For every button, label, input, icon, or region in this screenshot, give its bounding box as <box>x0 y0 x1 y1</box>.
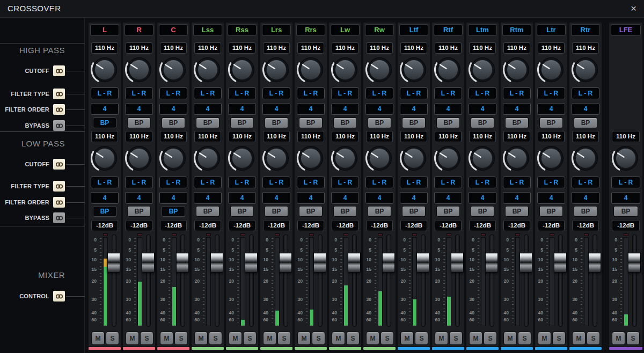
hp-bypass-button[interactable]: BP <box>368 117 391 128</box>
mixer-trim-value[interactable]: -12dB <box>503 220 530 231</box>
hp-cutoff-value[interactable]: 110 Hz <box>194 42 221 54</box>
hp-filter-order[interactable]: 4 <box>125 103 153 115</box>
lp-filter-type[interactable]: L - R <box>194 176 222 188</box>
mixer-trim-value[interactable]: -12dB <box>126 220 152 231</box>
lp-cutoff-value[interactable]: 110 Hz <box>263 131 290 142</box>
link-toggle-button[interactable] <box>53 65 65 77</box>
lp-filter-type[interactable]: L - R <box>262 176 290 188</box>
mixer-trim-value[interactable]: -12dB <box>194 220 221 231</box>
lp-filter-order[interactable]: 4 <box>572 192 599 204</box>
lp-cutoff-knob[interactable] <box>192 143 224 174</box>
hp-filter-order[interactable]: 4 <box>91 103 119 115</box>
hp-bypass-button[interactable]: BP <box>196 117 219 128</box>
hp-filter-order[interactable]: 4 <box>365 103 393 115</box>
solo-button[interactable]: S <box>140 332 153 345</box>
hp-cutoff-value[interactable]: 110 Hz <box>469 42 496 54</box>
hp-filter-type[interactable]: L - R <box>91 87 119 99</box>
solo-button[interactable]: S <box>449 332 463 345</box>
lp-cutoff-knob[interactable] <box>226 143 258 174</box>
lp-bypass-button[interactable]: BP <box>333 206 357 217</box>
hp-filter-type[interactable]: L - R <box>365 87 393 99</box>
lp-filter-order[interactable]: 4 <box>400 192 428 204</box>
mixer-trim-value[interactable]: -12dB <box>91 220 118 231</box>
lp-filter-type[interactable]: L - R <box>434 176 462 188</box>
solo-button[interactable]: S <box>552 332 566 345</box>
link-toggle-button[interactable] <box>53 212 65 224</box>
lp-cutoff-knob[interactable] <box>295 143 327 174</box>
lp-cutoff-knob[interactable] <box>569 143 602 174</box>
hp-cutoff-knob[interactable] <box>398 55 430 86</box>
solo-button[interactable]: S <box>209 332 222 345</box>
hp-filter-order[interactable]: 4 <box>159 103 187 115</box>
lp-cutoff-value[interactable]: 110 Hz <box>469 131 496 142</box>
solo-button[interactable]: S <box>415 332 428 345</box>
fader-handle[interactable] <box>107 252 120 273</box>
hp-filter-order[interactable]: 4 <box>297 103 325 115</box>
hp-cutoff-value[interactable]: 110 Hz <box>400 42 427 54</box>
solo-button[interactable]: S <box>587 332 600 345</box>
mute-button[interactable]: M <box>538 332 551 345</box>
fader-handle[interactable] <box>588 252 601 273</box>
hp-cutoff-value[interactable]: 110 Hz <box>538 42 565 54</box>
hp-filter-type[interactable]: L - R <box>503 87 531 99</box>
hp-bypass-button[interactable]: BP <box>230 117 254 128</box>
lp-filter-order[interactable]: 4 <box>262 192 290 204</box>
lp-filter-type[interactable]: L - R <box>91 176 119 188</box>
hp-cutoff-value[interactable]: 110 Hz <box>263 42 290 54</box>
hp-filter-type[interactable]: L - R <box>572 87 599 99</box>
channel-fader-track[interactable] <box>632 234 637 327</box>
hp-bypass-button[interactable]: BP <box>333 117 357 128</box>
lp-filter-order[interactable]: 4 <box>228 192 256 204</box>
lp-filter-order[interactable]: 4 <box>331 192 359 204</box>
mute-button[interactable]: M <box>160 332 173 345</box>
lp-cutoff-knob[interactable] <box>535 143 567 174</box>
hp-filter-type[interactable]: L - R <box>537 87 565 99</box>
lp-filter-type[interactable]: L - R <box>228 176 256 188</box>
lp-cutoff-value[interactable]: 110 Hz <box>366 131 393 142</box>
lp-filter-type[interactable]: L - R <box>297 176 325 188</box>
hp-bypass-button[interactable]: BP <box>93 117 116 128</box>
lp-filter-type[interactable]: L - R <box>159 176 187 188</box>
hp-cutoff-value[interactable]: 110 Hz <box>366 42 393 54</box>
hp-filter-type[interactable]: L - R <box>159 87 187 99</box>
channel-fader-track[interactable] <box>215 234 219 327</box>
solo-button[interactable]: S <box>484 332 497 345</box>
lp-cutoff-value[interactable]: 110 Hz <box>194 131 221 142</box>
hp-filter-type[interactable]: L - R <box>400 87 428 99</box>
hp-bypass-button[interactable]: BP <box>162 117 185 128</box>
fader-handle[interactable] <box>554 252 567 273</box>
mute-button[interactable]: M <box>400 332 414 345</box>
channel-fader-track[interactable] <box>524 234 529 327</box>
fader-handle[interactable] <box>348 252 361 273</box>
hp-filter-type[interactable]: L - R <box>194 87 222 99</box>
mute-button[interactable]: M <box>194 332 208 345</box>
lp-cutoff-knob[interactable] <box>363 143 396 174</box>
hp-filter-order[interactable]: 4 <box>262 103 290 115</box>
fader-handle[interactable] <box>628 252 641 273</box>
hp-cutoff-knob[interactable] <box>501 55 533 86</box>
lp-bypass-button[interactable]: BP <box>436 206 460 217</box>
fader-handle[interactable] <box>142 252 155 273</box>
hp-cutoff-value[interactable]: 110 Hz <box>503 42 530 54</box>
mixer-trim-value[interactable]: -12dB <box>435 220 462 231</box>
lp-cutoff-knob[interactable] <box>466 143 499 174</box>
solo-button[interactable]: S <box>380 332 394 345</box>
channel-fader-track[interactable] <box>352 234 357 327</box>
lp-cutoff-value[interactable]: 110 Hz <box>229 131 255 142</box>
hp-bypass-button[interactable]: BP <box>402 117 426 128</box>
mixer-trim-value[interactable]: -12dB <box>572 220 599 231</box>
lp-filter-type[interactable]: L - R <box>503 176 531 188</box>
lp-filter-type[interactable]: L - R <box>611 176 640 188</box>
hp-cutoff-knob[interactable] <box>226 55 258 86</box>
hp-filter-order[interactable]: 4 <box>400 103 428 115</box>
mixer-trim-value[interactable]: -12dB <box>297 220 324 231</box>
mute-button[interactable]: M <box>91 332 105 345</box>
mixer-trim-value[interactable]: -12dB <box>612 220 640 231</box>
hp-cutoff-knob[interactable] <box>329 55 361 86</box>
lp-filter-order[interactable]: 4 <box>503 192 531 204</box>
lp-filter-order[interactable]: 4 <box>91 192 119 204</box>
lp-bypass-button[interactable]: BP <box>93 206 116 217</box>
lp-bypass-button[interactable]: BP <box>471 206 494 217</box>
hp-cutoff-knob[interactable] <box>466 55 499 86</box>
fader-handle[interactable] <box>245 252 258 273</box>
